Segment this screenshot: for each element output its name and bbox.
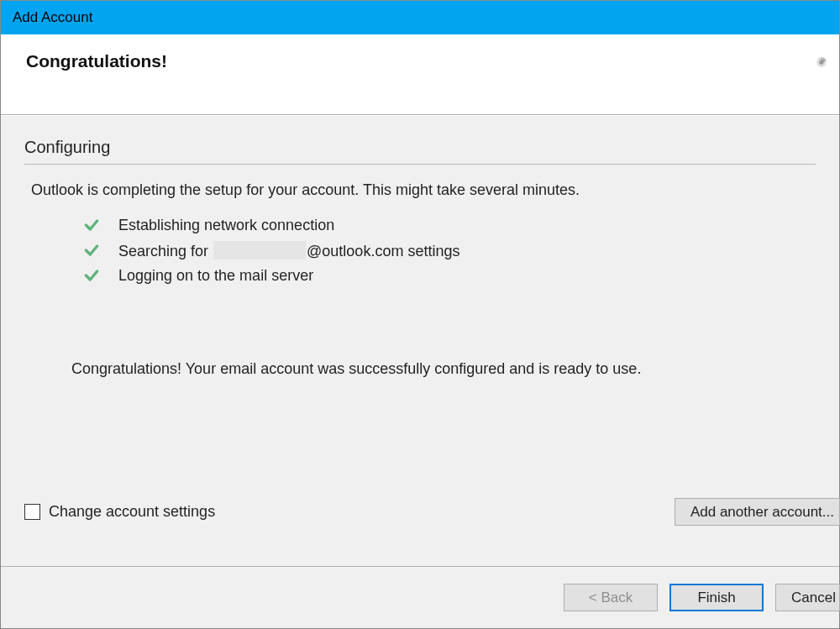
section-divider xyxy=(24,164,816,165)
checkmark-icon xyxy=(83,242,100,259)
step-label: Logging on to the mail server xyxy=(118,267,313,285)
page-title: Congratulations! xyxy=(26,51,814,71)
step-label-prefix: Searching for xyxy=(118,243,213,259)
cancel-button[interactable]: Cancel xyxy=(775,584,840,611)
dialog-header: Congratulations! xyxy=(1,34,839,115)
step-row: Logging on to the mail server xyxy=(83,263,816,288)
finish-button[interactable]: Finish xyxy=(669,584,764,611)
dialog-body: Configuring Outlook is completing the se… xyxy=(1,115,839,566)
section-title: Configuring xyxy=(24,138,816,157)
add-account-dialog: Add Account Congratulations! Configuring… xyxy=(0,0,840,629)
add-another-account-button[interactable]: Add another account... xyxy=(675,498,840,526)
loading-spinner-icon xyxy=(809,50,834,75)
checkmark-icon xyxy=(83,267,100,284)
step-label: Establishing network connection xyxy=(118,217,334,234)
titlebar: Add Account xyxy=(1,1,839,34)
checkbox-label: Change account settings xyxy=(49,503,215,521)
step-label-suffix: @outlook.com settings xyxy=(307,243,459,259)
step-row: Establishing network connection xyxy=(83,212,816,238)
redacted-email xyxy=(213,241,306,259)
dialog-footer: < Back Finish Cancel xyxy=(1,566,839,628)
checkbox-icon[interactable] xyxy=(24,504,40,520)
checkmark-icon xyxy=(83,217,100,233)
step-label: Searching for @outlook.com settings xyxy=(118,241,459,260)
change-account-settings-checkbox[interactable]: Change account settings xyxy=(24,503,215,521)
setup-message: Outlook is completing the setup for your… xyxy=(31,181,816,199)
options-row: Change account settings Add another acco… xyxy=(24,498,839,526)
back-button: < Back xyxy=(564,584,658,611)
success-message: Congratulations! Your email account was … xyxy=(71,360,816,378)
setup-steps: Establishing network connection Searchin… xyxy=(24,212,816,288)
step-row: Searching for @outlook.com settings xyxy=(83,238,816,263)
window-title: Add Account xyxy=(13,9,92,26)
